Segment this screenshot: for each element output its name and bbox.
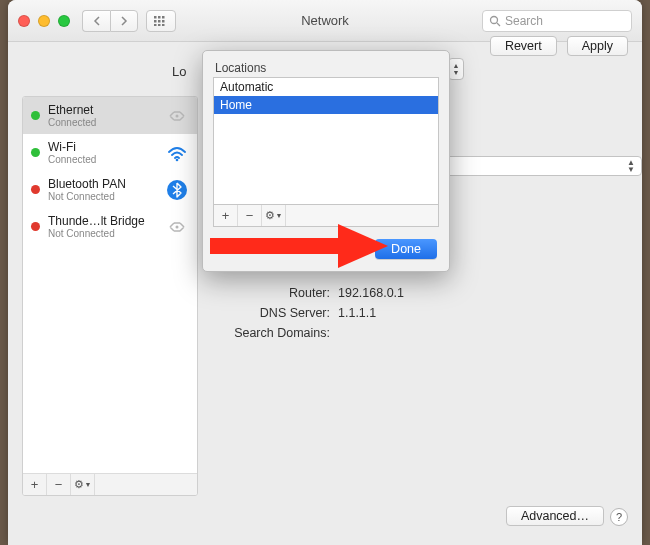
close-button[interactable]	[18, 15, 30, 27]
status-dot-icon	[31, 148, 40, 157]
locations-list: Automatic Home	[213, 77, 439, 205]
svg-rect-7	[158, 24, 161, 26]
sidebar-item-text: Wi-Fi Connected	[48, 140, 157, 165]
svg-rect-3	[154, 20, 157, 23]
status-dot-icon	[31, 185, 40, 194]
locations-footer: + − ⚙▼	[213, 205, 439, 227]
chevron-down-icon: ▼	[453, 69, 460, 76]
wifi-icon	[165, 141, 189, 165]
svg-rect-0	[154, 16, 157, 19]
add-interface-button[interactable]: +	[23, 474, 47, 495]
location-label: Lo	[172, 64, 186, 79]
sidebar-item-text: Bluetooth PAN Not Connected	[48, 177, 157, 202]
location-actions-button[interactable]: ⚙▼	[262, 205, 286, 226]
svg-rect-8	[162, 24, 165, 26]
sidebar-item-thunderbolt[interactable]: Thunde…lt Bridge Not Connected	[23, 208, 197, 245]
nav-group	[82, 10, 138, 32]
chevron-updown-icon: ▲▼	[627, 159, 635, 173]
chevron-down-icon: ▼	[85, 481, 92, 488]
thunderbolt-icon	[165, 215, 189, 239]
add-location-button[interactable]: +	[214, 205, 238, 226]
chevron-up-icon: ▲	[453, 62, 460, 69]
router-label: Router:	[208, 286, 338, 300]
interface-name: Bluetooth PAN	[48, 177, 157, 191]
location-item-automatic[interactable]: Automatic	[214, 78, 438, 96]
search-placeholder: Search	[505, 14, 543, 28]
svg-rect-5	[162, 20, 165, 23]
router-row: Router: 192.168.0.1	[208, 286, 628, 300]
search-icon	[489, 15, 501, 27]
gear-icon: ⚙	[74, 478, 84, 491]
forward-button[interactable]	[110, 10, 138, 32]
status-dot-icon	[31, 222, 40, 231]
interface-name: Thunde…lt Bridge	[48, 214, 157, 228]
dns-label: DNS Server:	[208, 306, 338, 320]
sidebar-item-bluetooth[interactable]: Bluetooth PAN Not Connected	[23, 171, 197, 208]
detail-rows: Router: 192.168.0.1 DNS Server: 1.1.1.1 …	[208, 280, 628, 346]
minimize-button[interactable]	[38, 15, 50, 27]
svg-rect-2	[162, 16, 165, 19]
remove-interface-button[interactable]: −	[47, 474, 71, 495]
interfaces-sidebar: Ethernet Connected Wi-Fi Connected Bluet…	[22, 96, 198, 496]
interface-status: Not Connected	[48, 191, 157, 202]
interface-status: Connected	[48, 117, 157, 128]
sidebar-item-text: Thunde…lt Bridge Not Connected	[48, 214, 157, 239]
bottom-buttons: Revert Apply	[490, 36, 628, 56]
location-stepper[interactable]: ▲ ▼	[448, 58, 464, 80]
svg-point-14	[176, 225, 179, 228]
locations-label: Locations	[213, 61, 439, 75]
interface-name: Wi-Fi	[48, 140, 157, 154]
back-button[interactable]	[82, 10, 110, 32]
locations-popover: Locations Automatic Home + − ⚙▼ Done	[202, 50, 450, 272]
done-button[interactable]: Done	[375, 239, 437, 259]
remove-location-button[interactable]: −	[238, 205, 262, 226]
dns-value: 1.1.1.1	[338, 306, 376, 320]
chevron-down-icon: ▼	[276, 212, 283, 219]
svg-point-9	[491, 16, 498, 23]
interface-status: Connected	[48, 154, 157, 165]
status-dot-icon	[31, 111, 40, 120]
interface-name: Ethernet	[48, 103, 157, 117]
svg-point-12	[176, 158, 179, 161]
help-button[interactable]: ?	[610, 508, 628, 526]
apply-button[interactable]: Apply	[567, 36, 628, 56]
sidebar-item-ethernet[interactable]: Ethernet Connected	[23, 97, 197, 134]
revert-button[interactable]: Revert	[490, 36, 557, 56]
advanced-button[interactable]: Advanced…	[506, 506, 604, 526]
sidebar-item-wifi[interactable]: Wi-Fi Connected	[23, 134, 197, 171]
show-all-button[interactable]	[146, 10, 176, 32]
zoom-button[interactable]	[58, 15, 70, 27]
interface-actions-button[interactable]: ⚙▼	[71, 474, 95, 495]
gear-icon: ⚙	[265, 209, 275, 222]
interface-status: Not Connected	[48, 228, 157, 239]
svg-point-11	[176, 114, 179, 117]
sidebar-footer: + − ⚙▼	[23, 473, 197, 495]
domains-row: Search Domains:	[208, 326, 628, 340]
sidebar-item-text: Ethernet Connected	[48, 103, 157, 128]
dns-row: DNS Server: 1.1.1.1	[208, 306, 628, 320]
location-item-home[interactable]: Home	[214, 96, 438, 114]
traffic-lights	[18, 15, 70, 27]
svg-rect-6	[154, 24, 157, 26]
network-preferences-window: Network Search Lo ▲ ▼ Ethernet Connected	[8, 0, 642, 545]
svg-rect-4	[158, 20, 161, 23]
ethernet-icon	[165, 104, 189, 128]
svg-line-10	[497, 23, 500, 26]
domains-label: Search Domains:	[208, 326, 338, 340]
svg-rect-1	[158, 16, 161, 19]
search-field[interactable]: Search	[482, 10, 632, 32]
bluetooth-icon	[165, 178, 189, 202]
router-value: 192.168.0.1	[338, 286, 404, 300]
